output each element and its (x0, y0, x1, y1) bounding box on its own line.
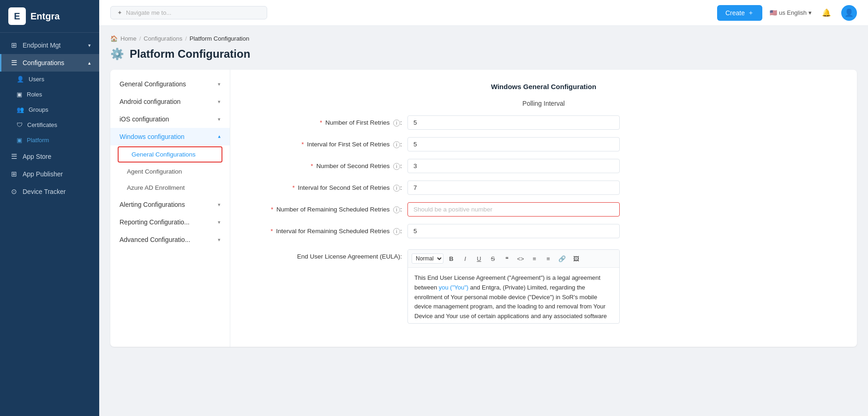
num-remaining-retries-input[interactable] (407, 202, 620, 217)
eula-toolbar: Normal B I U S ❝ <> ≡ ≡ 🔗 🖼 (408, 250, 619, 268)
sidebar-item-label: Certificates (27, 121, 57, 128)
chevron-icon: ▾ (218, 237, 221, 243)
config-nav-general[interactable]: General Configurations ▾ (110, 75, 230, 93)
num-second-retries-input[interactable] (407, 159, 620, 173)
ios-config-label: iOS configuration (120, 115, 169, 123)
logo-text: Entgra (30, 11, 60, 22)
language-select[interactable]: 🇺🇸 us English ▾ (770, 9, 812, 16)
sidebar-nav: ⊞ Endpoint Mgt ▾ ☰ Configurations ▴ 👤 Us… (0, 33, 99, 416)
config-nav-android[interactable]: Android configuration ▾ (110, 93, 230, 110)
certificates-icon: 🛡 (17, 121, 23, 128)
notifications-button[interactable]: 🔔 (819, 6, 834, 20)
flag-icon: 🇺🇸 (770, 9, 777, 16)
field-num-remaining-retries: * Number of Remaining Scheduled Retries … (245, 202, 842, 217)
configurations-subnav: 👤 Users ▣ Roles 👥 Groups 🛡 Certificates … (0, 72, 99, 148)
general-configurations-highlighted-wrapper: General Configurations (114, 146, 226, 163)
info-icon[interactable]: i (393, 141, 400, 148)
ordered-list-button[interactable]: ≡ (528, 253, 540, 265)
agent-config-label: Agent Configuration (127, 168, 182, 175)
sidebar-item-groups[interactable]: 👥 Groups (0, 102, 99, 117)
breadcrumb-configurations[interactable]: Configurations (144, 35, 182, 42)
required-marker: * (301, 141, 304, 148)
info-icon[interactable]: i (393, 185, 400, 192)
italic-button[interactable]: I (459, 253, 471, 265)
field-interval-remaining-retries: * Interval for Remaining Scheduled Retri… (245, 224, 842, 238)
sidebar-item-roles[interactable]: ▣ Roles (0, 87, 99, 102)
info-icon[interactable]: i (393, 163, 400, 170)
chevron-icon: ▾ (218, 202, 221, 208)
field-interval-first-retries: * Interval for First Set of Retries i: (245, 137, 842, 151)
config-nav-windows[interactable]: Windows configuration ▾ (110, 128, 230, 145)
sidebar-item-configurations[interactable]: ☰ Configurations ▴ (0, 54, 99, 72)
required-marker: * (271, 206, 273, 213)
info-icon[interactable]: i (393, 206, 400, 213)
config-sub-general-configurations[interactable]: General Configurations (118, 146, 222, 163)
advanced-config-label: Advanced Configuratio... (120, 236, 190, 243)
search-box[interactable]: ✦ Navigate me to... (110, 6, 267, 19)
underline-button[interactable]: U (473, 253, 485, 265)
strikethrough-button[interactable]: S (487, 253, 499, 265)
label-text: Number of Remaining Scheduled Retries (276, 206, 389, 213)
num-second-retries-label: * Number of Second Retries i: (245, 163, 402, 170)
required-marker: * (270, 228, 273, 235)
eula-body[interactable]: This End User License Agreement ("Agreem… (408, 268, 619, 323)
device-tracker-icon: ⊙ (10, 187, 18, 196)
settings-icon: ⚙️ (110, 48, 124, 60)
sidebar-item-label: Groups (29, 106, 48, 113)
eula-blue-text: you ("You") (439, 284, 468, 291)
blockquote-button[interactable]: ❝ (501, 253, 513, 265)
interval-remaining-retries-input[interactable] (407, 224, 620, 238)
unordered-list-button[interactable]: ≡ (542, 253, 554, 265)
eula-editor: Normal B I U S ❝ <> ≡ ≡ 🔗 🖼 (407, 249, 620, 324)
user-avatar-button[interactable]: 👤 (841, 5, 857, 21)
chevron-down-icon: ▾ (808, 9, 812, 16)
sidebar-item-app-publisher[interactable]: ⊞ App Publisher (0, 165, 99, 183)
chevron-icon: ▾ (218, 219, 221, 225)
breadcrumb-home[interactable]: Home (120, 35, 137, 42)
endpoint-mgt-icon: ⊞ (10, 41, 18, 49)
sidebar-item-device-tracker[interactable]: ⊙ Device Tracker (0, 183, 99, 200)
reporting-config-label: Reporting Configuratio... (120, 218, 190, 226)
code-button[interactable]: <> (515, 253, 527, 265)
field-num-first-retries: * Number of First Retries i: (245, 115, 842, 130)
config-sub-agent-configuration[interactable]: Agent Configuration (110, 163, 230, 180)
config-sub-azure-ad[interactable]: Azure AD Enrollment (110, 180, 230, 196)
interval-second-retries-input[interactable] (407, 181, 620, 195)
chevron-icon: ▾ (88, 42, 91, 48)
sidebar-item-users[interactable]: 👤 Users (0, 72, 99, 87)
sidebar-item-platform[interactable]: ▣ Platform (0, 133, 99, 148)
breadcrumb-sep1: / (139, 35, 141, 42)
content-area: 🏠 Home / Configurations / Platform Confi… (99, 26, 868, 416)
num-first-retries-input[interactable] (407, 115, 620, 130)
sidebar-item-label: Platform (27, 137, 49, 144)
bold-button[interactable]: B (445, 253, 457, 265)
section-title: Windows General Configuration (245, 83, 842, 90)
format-select[interactable]: Normal (412, 253, 443, 264)
app-publisher-icon: ⊞ (10, 170, 18, 178)
sidebar-item-endpoint-mgt[interactable]: ⊞ Endpoint Mgt ▾ (0, 36, 99, 54)
create-button[interactable]: Create ＋ (717, 5, 762, 21)
label-text: Interval for Second Set of Retries (298, 184, 390, 191)
config-nav-advanced[interactable]: Advanced Configuratio... ▾ (110, 231, 230, 248)
config-navigation: General Configurations ▾ Android configu… (110, 70, 230, 347)
image-button[interactable]: 🖼 (570, 253, 582, 265)
sidebar-item-certificates[interactable]: 🛡 Certificates (0, 117, 99, 133)
sidebar-item-app-store[interactable]: ☰ App Store (0, 148, 99, 165)
label-text: Number of Second Retries (316, 163, 389, 169)
info-icon[interactable]: i (393, 120, 400, 127)
logo: E Entgra (0, 0, 99, 33)
windows-config-label: Windows configuration (120, 133, 185, 140)
link-button[interactable]: 🔗 (556, 253, 568, 265)
config-nav-alerting[interactable]: Alerting Configurations ▾ (110, 196, 230, 213)
config-nav-reporting[interactable]: Reporting Configuratio... ▾ (110, 213, 230, 231)
config-nav-ios[interactable]: iOS configuration ▾ (110, 110, 230, 128)
info-icon[interactable]: i (393, 228, 400, 235)
home-icon: 🏠 (110, 35, 118, 42)
search-placeholder: Navigate me to... (126, 9, 171, 16)
eula-section: End User License Agreement (EULA): Norma… (245, 249, 842, 324)
interval-first-retries-input[interactable] (407, 137, 620, 151)
sidebar-item-label: App Publisher (23, 170, 63, 178)
required-marker: * (320, 119, 322, 126)
groups-icon: 👥 (17, 106, 24, 113)
platform-icon: ▣ (17, 137, 22, 144)
